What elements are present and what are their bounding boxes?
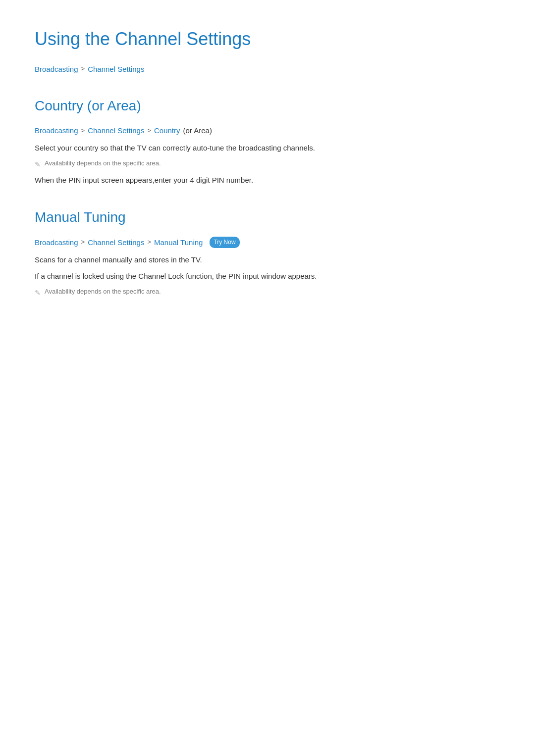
section-title-country: Country (or Area) <box>35 95 500 117</box>
top-breadcrumb: Broadcasting > Channel Settings <box>35 63 500 75</box>
country-extra-description: When the PIN input screen appears,enter … <box>35 174 500 187</box>
manual-tuning-breadcrumb-channel-settings[interactable]: Channel Settings <box>88 237 144 249</box>
try-now-badge[interactable]: Try Now <box>210 237 239 248</box>
page-title: Using the Channel Settings <box>35 25 500 53</box>
manual-tuning-note-text: Availability depends on the specific are… <box>45 287 161 297</box>
top-breadcrumb-broadcasting[interactable]: Broadcasting <box>35 63 78 75</box>
manual-tuning-breadcrumb-sep1: > <box>81 237 85 248</box>
manual-tuning-breadcrumb-manual-tuning[interactable]: Manual Tuning <box>154 237 203 249</box>
section-title-manual-tuning: Manual Tuning <box>35 206 500 229</box>
country-breadcrumb-channel-settings[interactable]: Channel Settings <box>88 125 144 137</box>
section-country: Country (or Area) Broadcasting > Channel… <box>35 95 500 187</box>
manual-tuning-breadcrumb-sep2: > <box>147 237 151 248</box>
manual-tuning-description-1: Scans for a channel manually and stores … <box>35 253 500 266</box>
section-breadcrumb-manual-tuning: Broadcasting > Channel Settings > Manual… <box>35 237 500 249</box>
country-breadcrumb-sep1: > <box>81 126 85 136</box>
country-breadcrumb-sep2: > <box>147 126 151 136</box>
country-breadcrumb-suffix: (or Area) <box>183 125 212 137</box>
manual-tuning-note-pencil-icon: ✎ <box>35 287 41 298</box>
country-description: Select your country so that the TV can c… <box>35 142 500 154</box>
top-breadcrumb-sep: > <box>81 64 85 74</box>
top-breadcrumb-channel-settings[interactable]: Channel Settings <box>88 63 144 75</box>
country-breadcrumb-country[interactable]: Country <box>154 125 180 137</box>
manual-tuning-breadcrumb-broadcasting[interactable]: Broadcasting <box>35 237 78 249</box>
country-note: ✎ Availability depends on the specific a… <box>35 158 500 170</box>
manual-tuning-description-2: If a channel is locked using the Channel… <box>35 270 500 283</box>
section-body-manual-tuning: Scans for a channel manually and stores … <box>35 253 500 298</box>
section-manual-tuning: Manual Tuning Broadcasting > Channel Set… <box>35 206 500 298</box>
section-breadcrumb-country: Broadcasting > Channel Settings > Countr… <box>35 125 500 137</box>
note-pencil-icon: ✎ <box>35 159 41 170</box>
country-breadcrumb-broadcasting[interactable]: Broadcasting <box>35 125 78 137</box>
manual-tuning-note: ✎ Availability depends on the specific a… <box>35 287 500 298</box>
section-body-country: Select your country so that the TV can c… <box>35 142 500 186</box>
country-note-text: Availability depends on the specific are… <box>45 158 161 169</box>
